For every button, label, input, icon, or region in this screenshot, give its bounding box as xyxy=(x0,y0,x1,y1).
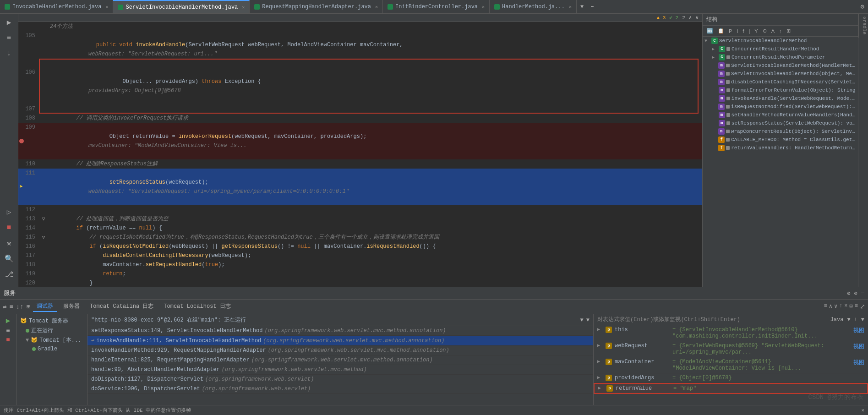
build-icon[interactable]: ⚒ xyxy=(2,236,16,250)
tab-dropdown[interactable]: ▼ xyxy=(577,4,587,10)
services-icon-10[interactable]: ⊞ xyxy=(850,303,853,311)
ok-count[interactable]: ✔ 2 xyxy=(669,15,678,21)
filter-icon[interactable]: ▼ xyxy=(580,317,584,323)
struct-btn-3[interactable]: f xyxy=(741,27,745,34)
stop-icon[interactable]: ■ xyxy=(2,221,16,235)
struct-btn-6[interactable]: ⊙ xyxy=(761,27,768,34)
tab-close-servlet[interactable]: ✕ xyxy=(242,5,245,10)
services-icon-8[interactable]: ↑ xyxy=(839,303,842,311)
var-item-mavcontainer[interactable]: ▶ p mavContainer = {ModelAndViewContaine… xyxy=(594,357,868,373)
var-link-mavcontainer[interactable]: 视图 xyxy=(853,359,864,366)
services-icon-5[interactable]: ≡ xyxy=(824,303,827,311)
server-item-tomcat[interactable]: 🐱 Tomcat 服务器 xyxy=(16,316,87,326)
thread-dropdown[interactable]: ▼ xyxy=(586,317,590,323)
tab-invocable[interactable]: InvocableHandlerMethod.java ✕ xyxy=(0,0,113,13)
tab-servlet[interactable]: ServletInvocableHandlerMethod.java ✕ xyxy=(113,0,250,13)
var-item-webrequest[interactable]: ▶ p webRequest = {ServletWebRequest@5569… xyxy=(594,341,868,357)
var-link-this[interactable]: 视图 xyxy=(853,327,864,334)
tree-item-2[interactable]: m ServletInvocableHandlerMethod(HandlerM… xyxy=(703,61,858,70)
code-editor[interactable]: 24个方法 105 public void invokeAndHandle(Se… xyxy=(18,22,702,287)
tab-debugger[interactable]: 调试器 xyxy=(33,301,57,312)
tab-close-initbinder[interactable]: ✕ xyxy=(482,4,485,10)
services-icon-9[interactable]: × xyxy=(844,303,847,311)
tab-close-request[interactable]: ✕ xyxy=(375,4,378,10)
stack-frame-6[interactable]: doService:1006, DispatcherServlet (org.s… xyxy=(87,384,593,394)
services-config-icon[interactable]: ⚙ xyxy=(854,290,857,297)
stop-debug-icon[interactable]: ■ xyxy=(6,336,10,344)
sort-alpha-button[interactable]: 🔤 xyxy=(705,27,715,34)
tab-request[interactable]: RequestMappingHandlerAdapter.java ✕ xyxy=(250,0,383,13)
server-item-running[interactable]: 正在运行 xyxy=(16,326,87,335)
step-over-icon[interactable]: ↓ xyxy=(2,47,16,60)
debug-resume-icon[interactable]: ▶ xyxy=(2,16,16,29)
tab-overflow[interactable]: ⋯ xyxy=(587,3,598,10)
server-item-gradle[interactable]: Gradle xyxy=(16,345,87,353)
tab-close-invocable[interactable]: ✕ xyxy=(105,4,108,10)
services-settings-icon[interactable]: ⚙ xyxy=(847,290,850,297)
tab-initbinder[interactable]: InitBinderController.java ✕ xyxy=(383,0,490,13)
server-item-local[interactable]: ▼ 🐱 Tomcat [本... xyxy=(16,335,87,345)
tree-item-3[interactable]: m ServletInvocableHandlerMethod(Object, … xyxy=(703,70,858,78)
var-item-returnvalue[interactable]: ▶ p returnValue = "map" xyxy=(594,383,868,394)
stack-frame-4[interactable]: handle:90, AbstractHandlerMethodAdapter … xyxy=(87,365,593,375)
services-toolbar-icon-1[interactable]: ⇌ xyxy=(3,303,6,311)
tab-catalina[interactable]: Tomcat Catalina 日志 xyxy=(86,301,157,312)
run-icon[interactable]: ▷ xyxy=(2,205,16,219)
sort-type-button[interactable]: 📋 xyxy=(716,27,726,34)
tree-item-10[interactable]: m wrapConcurrentResult(Object): ServletI… xyxy=(703,127,858,136)
tree-item-11[interactable]: f CALLABLE_METHOD: Method = ClassUtils.g… xyxy=(703,136,858,144)
services-minimize-icon[interactable]: — xyxy=(861,290,864,297)
stack-frame-1[interactable]: ↩ invokeAndHandle:111, ServletInvocableH… xyxy=(87,336,593,346)
tree-item-8[interactable]: m setHandlerMethodReturnValueHandlers(Ha… xyxy=(703,111,858,119)
struct-btn-9[interactable]: ⊞ xyxy=(785,27,792,34)
settings-icon[interactable]: ⚙ xyxy=(861,3,864,11)
gradle-tab[interactable]: Gradle xyxy=(858,14,868,38)
tree-item-1[interactable]: ▶ C ConcurrentResultMethodParameter xyxy=(703,53,858,61)
services-toolbar-icon-2[interactable]: ≡ xyxy=(9,303,13,311)
variables-tree[interactable]: ▶ p this = {ServletInvocableHandlerMetho… xyxy=(594,325,868,405)
variables-lang-dropdown[interactable]: ▼ xyxy=(847,317,850,323)
struct-btn-2[interactable]: I xyxy=(735,27,739,34)
stack-frame-2[interactable]: invokeHandlerMethod:929, RequestMappingH… xyxy=(87,346,593,355)
tab-server[interactable]: 服务器 xyxy=(60,301,83,312)
tab-localhost[interactable]: Tomcat Localhost 日志 xyxy=(160,301,234,312)
tab-close-handler[interactable]: ✕ xyxy=(569,4,572,10)
struct-btn-4[interactable]: | xyxy=(747,27,751,34)
struct-btn-8[interactable]: ↑ xyxy=(778,27,783,34)
tree-item-5[interactable]: m formatErrorForReturnValue(Object): Str… xyxy=(703,86,858,94)
services-icon-6[interactable]: ∧ xyxy=(829,303,832,311)
tree-item-4[interactable]: m disableContentCachingIfNecessary(Servl… xyxy=(703,78,858,86)
stack-frame-5[interactable]: doDispatch:1127, DispatcherServlet (org.… xyxy=(87,375,593,384)
struct-btn-1[interactable]: P xyxy=(727,27,733,34)
services-toolbar-icon-3[interactable]: ↓↑ xyxy=(16,303,24,311)
tree-item-0[interactable]: ▶ C ConcurrentResultHandlerMethod xyxy=(703,45,858,53)
nav-down[interactable]: ∨ xyxy=(695,15,699,21)
stack-trace[interactable]: setResponseStatus:149, ServletInvocableH… xyxy=(87,326,593,405)
services-expand-icon[interactable]: ⤢ xyxy=(860,303,865,311)
struct-btn-7[interactable]: Λ xyxy=(770,27,776,34)
debug-icon[interactable]: ≡ xyxy=(2,31,16,45)
stack-frame-3[interactable]: handleInternal:825, RequestMappingHandle… xyxy=(87,355,593,365)
variables-more-icon[interactable]: ▼ xyxy=(861,317,864,323)
struct-btn-5[interactable]: Y xyxy=(753,27,759,34)
nav-up[interactable]: ∧ xyxy=(689,15,692,21)
status-close-icon[interactable]: ✕ xyxy=(861,407,864,413)
git-icon[interactable]: ⎇ xyxy=(2,268,16,281)
stack-frame-0[interactable]: setResponseStatus:149, ServletInvocableH… xyxy=(87,326,593,336)
resume-icon[interactable]: ▶ xyxy=(6,316,11,325)
services-toolbar-icon-4[interactable]: ⊞ xyxy=(27,303,30,311)
tree-item-9[interactable]: m setResponseStatus(ServletWebRequest): … xyxy=(703,119,858,127)
services-icon-11[interactable]: ≡ xyxy=(855,303,858,311)
pause-icon[interactable]: ≡ xyxy=(6,327,10,334)
tree-root[interactable]: ▼ C ServletInvocableHandlerMethod xyxy=(703,37,858,45)
warning-count[interactable]: ▲ 3 xyxy=(657,15,666,21)
search-icon[interactable]: 🔍 xyxy=(2,252,16,266)
tab-handler[interactable]: HandlerMethod.ja... ✕ xyxy=(490,0,577,13)
variables-add-icon[interactable]: + xyxy=(854,317,857,323)
var-item-this[interactable]: ▶ p this = {ServletInvocableHandlerMetho… xyxy=(594,325,868,341)
tree-item-12[interactable]: f returnValueHandlers: HandlerMethodRetu… xyxy=(703,144,858,152)
var-item-providedargs[interactable]: ▶ p providedArgs = {Object[0]@5678} xyxy=(594,373,868,383)
services-icon-7[interactable]: ∨ xyxy=(834,303,837,311)
var-link-webrequest[interactable]: 视图 xyxy=(853,343,864,350)
tree-item-6[interactable]: m invokeAndHandle(ServletWebRequest, Mod… xyxy=(703,94,858,103)
